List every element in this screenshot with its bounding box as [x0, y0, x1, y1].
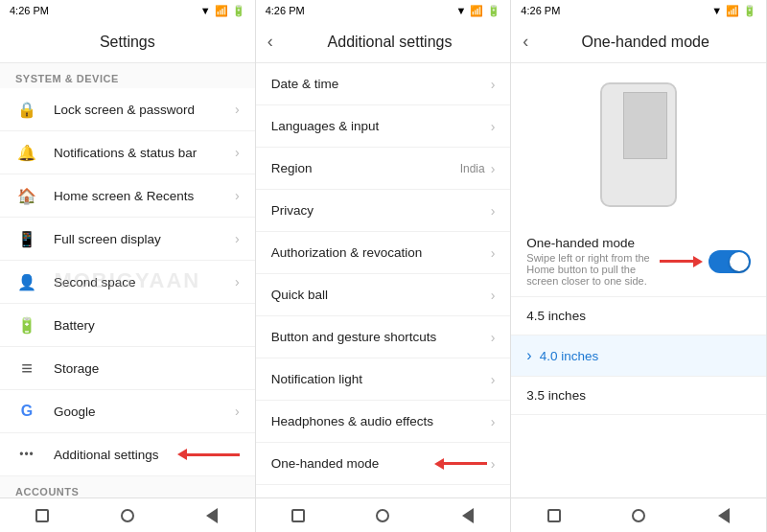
back-arrow-2[interactable]: ‹ — [267, 32, 273, 52]
item-google[interactable]: G Google › — [0, 390, 255, 433]
item-second-space[interactable]: 👤 Second space › — [0, 261, 255, 304]
panel-header-3: ‹ One-handed mode — [511, 21, 766, 63]
item-battery[interactable]: 🔋 Battery — [0, 304, 255, 347]
status-icons-2: ▼ 📶 🔋 — [455, 5, 500, 17]
item-notifications[interactable]: 🔔 Notifications & status bar › — [0, 131, 255, 174]
nav-square-1[interactable] — [32, 505, 53, 526]
nav-bar-1 — [0, 497, 255, 532]
item-languages[interactable]: Languages & input › — [256, 105, 511, 148]
additional-label: Additional settings — [54, 448, 170, 462]
item-privacy[interactable]: Privacy › — [256, 190, 511, 232]
quickball-label: Quick ball — [271, 288, 491, 302]
chevron-headphones: › — [491, 414, 496, 429]
storage-icon: ≡ — [15, 357, 38, 380]
chevron-auth: › — [491, 245, 496, 261]
one-handed-option-label: One-handed mode — [526, 236, 660, 250]
annotation-arrow-onehanded — [434, 458, 487, 470]
nav-back-3[interactable] — [713, 505, 734, 526]
one-handed-content: One-handed mode Swipe left or right from… — [511, 63, 766, 497]
home-icon: 🏠 — [15, 184, 38, 207]
languages-label: Languages & input — [271, 119, 491, 133]
chevron-notifications: › — [235, 145, 240, 160]
region-value: India — [460, 162, 485, 175]
fullscreen-label: Full screen display — [54, 232, 235, 246]
battery-label: Battery — [54, 318, 240, 333]
region-label: Region — [271, 161, 460, 175]
nav-square-2[interactable] — [288, 505, 309, 526]
item-button-gestures[interactable]: Button and gesture shortcuts › — [256, 316, 511, 359]
item-headphones[interactable]: Headphones & audio effects › — [256, 401, 511, 443]
toggle-knob — [730, 252, 749, 271]
status-bar-3: 4:26 PM ▼ 📶 🔋 — [511, 0, 766, 21]
item-accessibility[interactable]: Accessibility › — [256, 485, 511, 497]
headphones-label: Headphones & audio effects — [271, 414, 491, 428]
fullscreen-icon: 📱 — [15, 227, 38, 250]
item-storage[interactable]: ≡ Storage — [0, 347, 255, 390]
chevron-datetime: › — [491, 77, 496, 92]
notif-light-label: Notification light — [271, 372, 491, 386]
nav-circle-3[interactable] — [628, 505, 649, 526]
item-additional-settings[interactable]: ••• Additional settings — [0, 433, 255, 476]
arrowhead-oh-left — [434, 458, 444, 470]
date-time-label: Date & time — [271, 77, 491, 91]
phone-preview — [511, 63, 766, 226]
lock-icon: 🔒 — [15, 98, 38, 121]
phone-outline — [600, 82, 677, 207]
item-home-screen[interactable]: 🏠 Home screen & Recents › — [0, 174, 255, 218]
item-full-screen[interactable]: 📱 Full screen display › — [0, 218, 255, 261]
panel-one-handed: 4:26 PM ▼ 📶 🔋 ‹ One-handed mode One-hand… — [511, 0, 767, 532]
status-icons-1: ▼ 📶 🔋 — [200, 5, 245, 17]
size-45-label: 4.5 inches — [526, 309, 586, 323]
item-authorization[interactable]: Authorization & revocation › — [256, 232, 511, 274]
item-region[interactable]: Region India › — [256, 148, 511, 190]
time-2: 4:26 PM — [266, 5, 305, 16]
item-one-handed[interactable]: One-handed mode › — [256, 443, 511, 485]
nav-circle-1[interactable] — [117, 505, 138, 526]
item-date-time[interactable]: Date & time › — [256, 63, 511, 105]
one-handed-toggle-row[interactable]: One-handed mode Swipe left or right from… — [511, 226, 766, 297]
item-lock-screen[interactable]: 🔒 Lock screen & password › — [0, 88, 255, 131]
item-notification-light[interactable]: Notification light › — [256, 359, 511, 401]
one-handed-title: One-handed mode — [536, 34, 755, 51]
additional-list: Date & time › Languages & input › Region… — [256, 63, 511, 497]
one-handed-toggle[interactable] — [709, 250, 751, 273]
size-40-inches[interactable]: › 4.0 inches — [511, 335, 766, 377]
gestures-label: Button and gesture shortcuts — [271, 330, 491, 344]
storage-label: Storage — [54, 361, 240, 376]
size-40-check: › — [526, 347, 531, 364]
nav-bar-2 — [256, 497, 511, 532]
privacy-label: Privacy — [271, 203, 491, 218]
second-space-label: Second space — [54, 275, 235, 289]
chevron-fullscreen: › — [235, 231, 240, 246]
lock-label: Lock screen & password — [54, 103, 235, 117]
chevron-languages: › — [491, 119, 496, 134]
battery-icon: 🔋 — [15, 313, 38, 336]
nav-circle-2[interactable] — [372, 505, 393, 526]
chevron-privacy: › — [491, 203, 496, 219]
chevron-notif-light: › — [491, 372, 496, 387]
arrow-line-oh — [444, 462, 487, 465]
chevron-quickball: › — [491, 288, 496, 303]
chevron-lock: › — [235, 102, 240, 117]
one-handed-option-sublabel: Swipe left or right from the Home button… — [526, 252, 660, 287]
auth-label: Authorization & revocation — [271, 245, 491, 260]
item-quick-ball[interactable]: Quick ball › — [256, 274, 511, 316]
chevron-home: › — [235, 188, 240, 203]
size-35-inches[interactable]: 3.5 inches — [511, 377, 766, 415]
google-label: Google — [54, 405, 235, 419]
notification-icon: 🔔 — [15, 141, 38, 164]
status-bar-2: 4:26 PM ▼ 📶 🔋 — [256, 0, 511, 21]
additional-icon: ••• — [15, 443, 38, 466]
size-40-label: 4.0 inches — [540, 349, 599, 363]
nav-back-1[interactable] — [201, 505, 222, 526]
back-arrow-3[interactable]: ‹ — [523, 32, 528, 52]
nav-back-2[interactable] — [457, 505, 478, 526]
google-icon: G — [15, 400, 38, 423]
size-45-inches[interactable]: 4.5 inches — [511, 297, 766, 335]
additional-title: Additional settings — [281, 34, 500, 51]
nav-square-3[interactable] — [544, 505, 565, 526]
nav-bar-3 — [511, 497, 766, 532]
section-system: SYSTEM & DEVICE — [0, 63, 255, 88]
notifications-label: Notifications & status bar — [54, 146, 235, 160]
panel-settings: 4:26 PM ▼ 📶 🔋 Settings MOBIGYAAN SYSTEM … — [0, 0, 256, 532]
